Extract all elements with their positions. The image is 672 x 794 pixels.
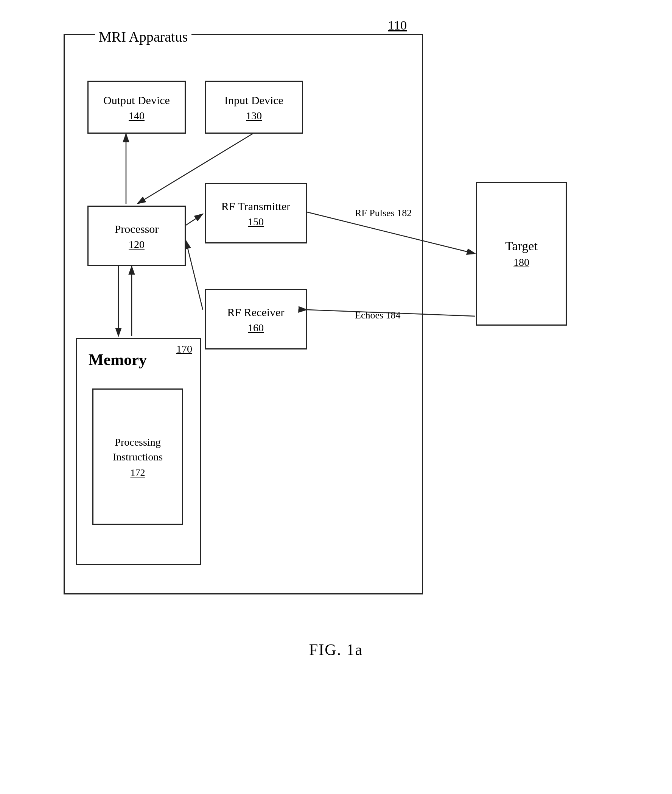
memory-box: Memory 170 ProcessingInstructions 172 bbox=[76, 338, 201, 565]
diagram-area: MRI Apparatus 110 Output Device 140 Inpu… bbox=[52, 23, 620, 666]
target-number: 180 bbox=[514, 256, 530, 268]
rf-receiver-label: RF Receiver bbox=[227, 305, 285, 319]
page: MRI Apparatus 110 Output Device 140 Inpu… bbox=[0, 0, 672, 794]
input-device-label: Input Device bbox=[224, 93, 283, 107]
input-device-number: 130 bbox=[246, 110, 262, 122]
processor-box: Processor 120 bbox=[87, 205, 186, 266]
rf-receiver-box: RF Receiver 160 bbox=[205, 289, 307, 350]
output-device-label: Output Device bbox=[103, 93, 170, 107]
rf-receiver-number: 160 bbox=[248, 322, 264, 334]
rf-transmitter-label: RF Transmitter bbox=[221, 199, 291, 213]
mri-apparatus-label: MRI Apparatus bbox=[95, 28, 192, 45]
target-box: Target 180 bbox=[476, 182, 567, 326]
processing-instructions-box: ProcessingInstructions 172 bbox=[92, 388, 183, 525]
processing-instructions-number: 172 bbox=[131, 467, 145, 479]
mri-apparatus-number: 110 bbox=[388, 18, 407, 32]
target-label: Target bbox=[505, 239, 538, 253]
rf-transmitter-box: RF Transmitter 150 bbox=[205, 183, 307, 244]
rf-transmitter-number: 150 bbox=[248, 216, 264, 228]
echoes-label: Echoes 184 bbox=[355, 310, 401, 321]
memory-number: 170 bbox=[176, 343, 192, 355]
input-device-box: Input Device 130 bbox=[205, 81, 303, 134]
processor-number: 120 bbox=[129, 239, 144, 251]
figure-label: FIG. 1a bbox=[309, 641, 363, 659]
rf-pulses-label: RF Pulses 182 bbox=[355, 207, 412, 219]
memory-label: Memory bbox=[88, 351, 147, 369]
processor-label: Processor bbox=[115, 221, 159, 236]
output-device-box: Output Device 140 bbox=[87, 81, 186, 134]
processing-instructions-label: ProcessingInstructions bbox=[113, 435, 163, 464]
output-device-number: 140 bbox=[129, 110, 144, 122]
